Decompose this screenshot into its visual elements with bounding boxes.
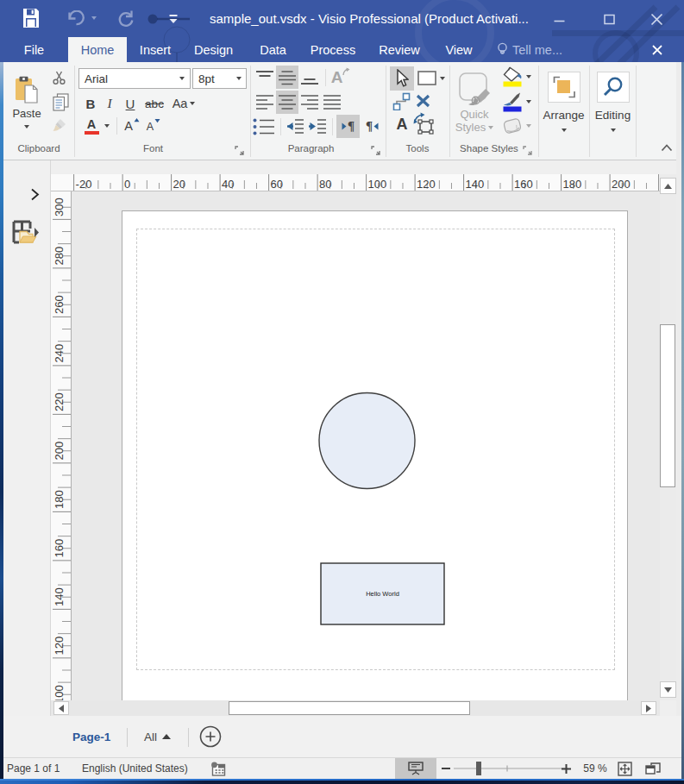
font-dialog-launcher-icon[interactable] — [235, 146, 244, 155]
copy-icon[interactable] — [53, 93, 69, 111]
connection-point-tool-icon[interactable] — [416, 94, 430, 108]
vertical-scrollbar[interactable] — [660, 174, 676, 700]
align-top-icon[interactable] — [255, 69, 274, 86]
grow-font-button[interactable]: A — [122, 116, 142, 136]
expand-shapes-panel-icon[interactable] — [30, 188, 40, 201]
vertical-scroll-thumb[interactable] — [660, 324, 675, 487]
switch-windows-icon[interactable] — [645, 762, 662, 776]
rectangle-tool-dropdown[interactable] — [438, 72, 447, 85]
tab-design[interactable]: Design — [184, 38, 243, 62]
horizontal-ruler[interactable]: -20020406080100120140160180200220 — [51, 174, 660, 191]
zoom-in-button[interactable] — [559, 761, 573, 776]
font-color-button[interactable]: A — [81, 116, 102, 136]
close-document-button[interactable] — [645, 38, 669, 62]
horizontal-scroll-thumb[interactable] — [229, 701, 470, 715]
zoom-slider-thumb[interactable] — [476, 762, 481, 775]
rotate-text-letter: A — [331, 68, 343, 87]
zoom-out-button[interactable] — [440, 761, 452, 776]
strikethrough-button[interactable]: abc — [143, 95, 166, 113]
svg-text:180: 180 — [563, 178, 582, 191]
presentation-mode-button[interactable] — [395, 758, 436, 779]
scroll-up-button[interactable] — [660, 178, 676, 194]
underline-button[interactable]: U — [122, 94, 138, 113]
insert-page-button[interactable] — [199, 725, 222, 748]
svg-text:200: 200 — [612, 178, 631, 191]
justify-icon[interactable] — [323, 94, 342, 111]
paragraph-dialog-launcher-icon[interactable] — [371, 146, 380, 155]
scroll-down-button[interactable] — [660, 681, 676, 698]
zoom-in-icon — [562, 764, 571, 774]
redo-icon[interactable] — [117, 9, 135, 28]
macro-record-icon[interactable] — [210, 762, 226, 776]
scroll-right-button[interactable] — [641, 701, 656, 715]
ltr-arrow-icon — [342, 122, 347, 130]
shapes-window-icon[interactable] — [9, 220, 39, 244]
rotate-text-button[interactable]: A — [330, 67, 351, 88]
paste-label: Paste — [12, 107, 41, 120]
pointer-tool-icon[interactable] — [396, 69, 409, 88]
tab-file[interactable]: File — [13, 38, 55, 62]
italic-button[interactable]: I — [103, 94, 116, 113]
align-bottom-icon[interactable] — [300, 69, 319, 86]
maximize-button[interactable] — [589, 0, 629, 38]
shape-effects-button[interactable] — [500, 115, 533, 137]
align-right-icon[interactable] — [300, 94, 319, 111]
status-language[interactable]: English (United States) — [82, 758, 188, 779]
undo-dropdown-icon[interactable] — [91, 16, 97, 20]
tab-view[interactable]: View — [430, 38, 488, 62]
font-color-dropdown[interactable] — [103, 119, 111, 133]
tab-home[interactable]: Home — [68, 37, 127, 62]
bullets-icon[interactable] — [253, 118, 275, 135]
page-tab-all[interactable]: All — [144, 716, 171, 757]
vertical-ruler[interactable]: 300280260240220200180160140120100 — [51, 191, 72, 700]
editing-button[interactable]: Editing — [593, 66, 633, 138]
shape-line-button[interactable] — [500, 91, 533, 113]
text-tool-button[interactable]: A — [393, 114, 411, 135]
increase-indent-icon[interactable] — [308, 118, 327, 135]
arrange-icon — [553, 76, 575, 98]
status-page-info[interactable]: Page 1 of 1 — [7, 758, 60, 779]
tell-me-box[interactable]: Tell me... — [497, 38, 562, 62]
zoom-level-button[interactable]: 59 % — [578, 758, 612, 779]
page-tab-page1[interactable]: Page-1 — [72, 716, 110, 757]
tab-review[interactable]: Review — [369, 38, 430, 62]
bold-button[interactable]: B — [83, 94, 98, 113]
ltr-text-direction-button[interactable]: ¶ — [337, 116, 359, 135]
text-block-tool-icon[interactable] — [413, 112, 434, 135]
font-name-combo[interactable]: Arial — [78, 68, 191, 89]
format-painter-icon[interactable] — [52, 118, 66, 133]
scroll-left-button[interactable] — [53, 701, 69, 715]
collapse-ribbon-icon[interactable] — [661, 143, 673, 152]
undo-icon[interactable] — [67, 10, 86, 26]
shape-styles-dialog-launcher-icon[interactable] — [523, 146, 532, 155]
cut-icon[interactable] — [52, 71, 66, 85]
connector-tool-icon[interactable] — [392, 92, 411, 110]
font-size-combo[interactable]: 8pt — [192, 68, 247, 89]
tab-process[interactable]: Process — [303, 38, 363, 62]
close-window-button[interactable] — [637, 0, 676, 38]
quick-styles-button[interactable]: Quick Styles — [455, 66, 494, 140]
font-color-dropdown-icon — [104, 124, 110, 128]
minimize-button[interactable] — [539, 0, 579, 38]
change-case-button[interactable]: Aa — [169, 94, 198, 113]
align-center-icon[interactable] — [278, 94, 297, 111]
shape-fill-button[interactable] — [500, 66, 533, 88]
align-left-icon[interactable] — [255, 94, 274, 111]
customize-qat-icon[interactable] — [168, 14, 179, 25]
drawing-page[interactable]: Hello World — [122, 210, 628, 700]
zoom-slider[interactable] — [454, 758, 568, 779]
drawing-canvas[interactable]: Hello World — [72, 191, 660, 700]
tab-insert[interactable]: Insert — [127, 38, 184, 62]
fit-page-to-window-icon[interactable] — [618, 762, 632, 776]
tab-data[interactable]: Data — [243, 38, 303, 62]
paste-button[interactable]: Paste — [9, 66, 45, 138]
save-icon[interactable] — [22, 8, 40, 28]
rtl-text-direction-button[interactable]: ¶ — [361, 116, 383, 135]
shape-effects-icon — [502, 116, 523, 135]
arrange-button[interactable]: Arrange — [543, 66, 585, 138]
rectangle-tool-icon[interactable] — [417, 71, 436, 85]
align-middle-icon[interactable] — [278, 69, 297, 86]
horizontal-scrollbar[interactable] — [51, 700, 660, 716]
decrease-indent-icon[interactable] — [286, 118, 304, 135]
shrink-font-button[interactable]: A — [143, 116, 164, 137]
